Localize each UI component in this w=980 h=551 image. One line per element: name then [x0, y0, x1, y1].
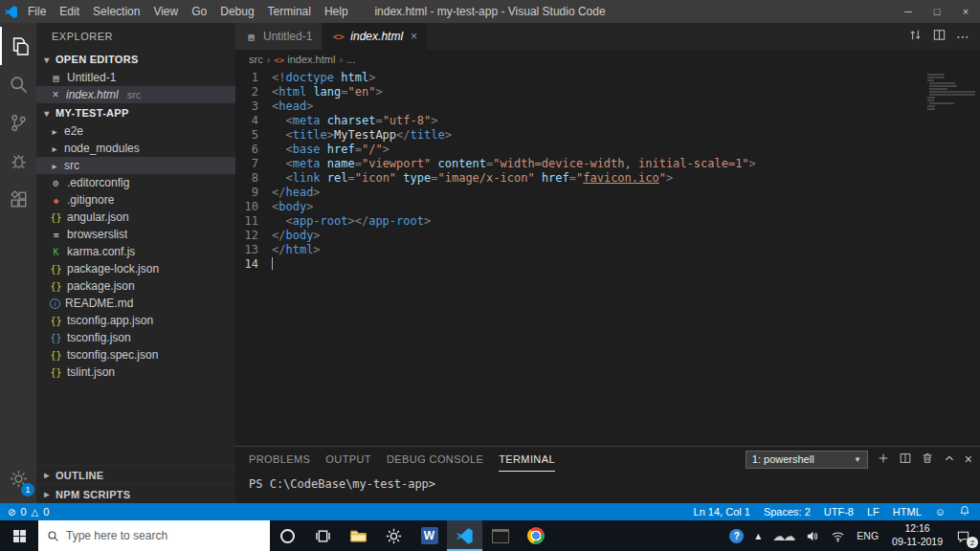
panel-tab-problems[interactable]: PROBLEMS [249, 447, 310, 472]
text-cursor [272, 257, 273, 270]
folder-src[interactable]: ▸src [36, 157, 235, 174]
karma-icon: K [50, 247, 62, 257]
open-editor-index-html[interactable]: ×index.htmlsrc [36, 86, 235, 103]
bell-icon[interactable] [959, 505, 970, 518]
help-tray-button[interactable]: ? [724, 520, 749, 551]
task-view-button[interactable] [305, 520, 341, 551]
menu-help[interactable]: Help [318, 0, 355, 23]
maximize-button[interactable]: □ [923, 0, 951, 23]
feedback-smiley-icon[interactable]: ☺ [935, 506, 946, 518]
file-tsconfig-app-json[interactable]: {}tsconfig.app.json [36, 312, 235, 329]
open-editors-header[interactable]: ▾ OPEN EDITORS [36, 50, 235, 69]
taskbar-search-input[interactable] [66, 529, 248, 542]
folder-e2e[interactable]: ▸e2e [36, 122, 235, 140]
tray-expand-button[interactable]: ▴ [749, 520, 767, 551]
file-angular-json[interactable]: {}angular.json [36, 209, 235, 226]
menu-file[interactable]: File [21, 0, 53, 23]
status-lf[interactable]: LF [867, 506, 880, 518]
minimap[interactable] [923, 71, 978, 117]
activity-debug-button[interactable] [0, 142, 36, 180]
network-button[interactable] [825, 520, 851, 551]
menu-debug[interactable]: Debug [213, 0, 260, 23]
split-editor-icon[interactable] [932, 28, 947, 45]
status-html[interactable]: HTML [893, 506, 922, 518]
chrome-button[interactable] [518, 520, 553, 551]
close-panel-icon[interactable]: × [965, 452, 972, 467]
onedrive-icon[interactable]: ☁☁ [767, 520, 799, 551]
menu-terminal[interactable]: Terminal [261, 0, 318, 23]
tab-untitled-1[interactable]: ▤Untitled-1 [235, 23, 323, 50]
status-spaces-2[interactable]: Spaces: 2 [764, 506, 811, 518]
new-terminal-icon[interactable] [877, 452, 890, 468]
file-readme-md[interactable]: iREADME.md [36, 295, 235, 312]
kill-terminal-icon[interactable] [921, 452, 934, 468]
panel-tab-debug-console[interactable]: DEBUG CONSOLE [387, 447, 483, 472]
start-button[interactable] [0, 520, 38, 551]
file-explorer-button[interactable] [341, 520, 376, 551]
maximize-panel-icon[interactable] [943, 452, 956, 468]
code-editor[interactable]: 1<!doctype html>2<html lang="en">3<head>… [235, 69, 980, 446]
menu-selection[interactable]: Selection [86, 0, 146, 23]
terminal-output[interactable]: PS C:\CodeBase\my-test-app> [235, 472, 980, 503]
split-terminal-icon[interactable] [899, 452, 912, 468]
file-tsconfig-json[interactable]: {}tsconfig.json [36, 329, 235, 346]
file-package-json[interactable]: {}package.json [36, 277, 235, 295]
breadcrumb-index-html[interactable]: <> index.html [274, 54, 335, 65]
menu-view[interactable]: View [146, 0, 185, 23]
photos-button[interactable] [482, 520, 518, 551]
section-outline[interactable]: ▸OUTLINE [36, 465, 235, 484]
file-karma-conf-js[interactable]: Kkarma.conf.js [36, 243, 235, 260]
project-header[interactable]: ▾ MY-TEST-APP [36, 103, 235, 122]
minimize-button[interactable]: ─ [894, 0, 923, 23]
breadcrumb-[interactable]: ... [346, 54, 355, 65]
clock-date: 09-11-2019 [892, 536, 943, 549]
problems-summary[interactable]: ⊘ 0 △ 0 [8, 506, 49, 518]
tree-item-label: browserslist [67, 228, 127, 241]
close-icon[interactable]: × [411, 30, 417, 43]
folder-icon [349, 527, 368, 545]
settings-button[interactable] [376, 520, 412, 551]
open-changes-icon[interactable] [908, 28, 923, 45]
panel-tab-output[interactable]: OUTPUT [325, 447, 371, 472]
activity-extensions-button[interactable] [0, 180, 36, 218]
title-bar: FileEditSelectionViewGoDebugTerminalHelp… [0, 0, 980, 23]
language-indicator[interactable]: ENG [851, 520, 884, 551]
file-gitignore[interactable]: ◆.gitignore [36, 191, 235, 209]
action-center-button[interactable]: 2 [950, 520, 980, 551]
braces-icon: {} [50, 281, 62, 292]
file-editorconfig[interactable]: ⚙.editorconfig [36, 174, 235, 191]
menu-go[interactable]: Go [185, 0, 213, 23]
warning-icon: △ [32, 507, 39, 518]
folder-node-modules[interactable]: ▸node_modules [36, 140, 235, 157]
breadcrumb-label: src [249, 54, 263, 65]
tab-index-html[interactable]: <>index.html× [323, 23, 428, 50]
activity-settings-button[interactable]: 1 [0, 459, 36, 497]
terminal-shell-selector[interactable]: 1: powershell ▼ [746, 451, 868, 469]
activity-explorer-button[interactable] [0, 27, 36, 65]
taskbar-search[interactable] [38, 520, 270, 551]
cortana-button[interactable] [270, 520, 305, 551]
clock[interactable]: 12:16 09-11-2019 [884, 522, 950, 548]
activity-search-button[interactable] [0, 65, 36, 103]
file-browserslist[interactable]: ≡browserslist [36, 226, 235, 243]
status-ln-14-col-1[interactable]: Ln 14, Col 1 [694, 506, 750, 518]
menu-edit[interactable]: Edit [53, 0, 86, 23]
close-button[interactable]: × [951, 0, 980, 23]
panel-tab-terminal[interactable]: TERMINAL [499, 447, 555, 472]
status-utf-8[interactable]: UTF-8 [824, 506, 854, 518]
file-tsconfig-spec-json[interactable]: {}tsconfig.spec.json [36, 346, 235, 364]
more-actions-icon[interactable]: ⋯ [956, 29, 970, 44]
task-view-icon [314, 527, 332, 545]
activity-source-control-button[interactable] [0, 103, 36, 142]
file-tslint-json[interactable]: {}tslint.json [36, 364, 235, 381]
file-package-lock-json[interactable]: {}package-lock.json [36, 260, 235, 277]
volume-button[interactable] [799, 520, 825, 551]
code-line-1: 1<!doctype html> [235, 71, 980, 85]
vscode-taskbar-button[interactable] [447, 520, 482, 551]
open-editor-untitled-1[interactable]: ▤Untitled-1 [36, 69, 235, 86]
section-npm-scripts[interactable]: ▸NPM SCRIPTS [36, 484, 235, 503]
vscode-icon [456, 527, 474, 545]
word-button[interactable]: W [412, 520, 447, 551]
close-icon[interactable]: × [50, 88, 61, 101]
breadcrumb-src[interactable]: src [249, 54, 263, 65]
